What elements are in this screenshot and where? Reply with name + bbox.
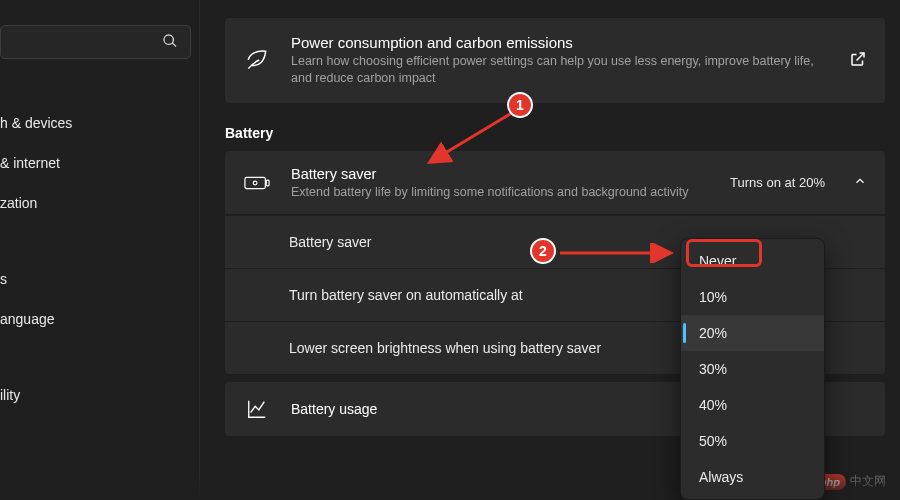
nav-item-label: zation bbox=[0, 195, 37, 211]
dropdown-option-never[interactable]: Never bbox=[681, 243, 824, 279]
svg-rect-0 bbox=[245, 177, 265, 188]
watermark-text: 中文网 bbox=[850, 473, 886, 490]
chevron-up-icon bbox=[853, 174, 867, 191]
dropdown-option-30[interactable]: 30% bbox=[681, 351, 824, 387]
battery-saver-title: Battery saver bbox=[291, 166, 710, 182]
battery-saver-header[interactable]: Battery saver Extend battery life by lim… bbox=[225, 151, 885, 215]
dropdown-option-always[interactable]: Always bbox=[681, 459, 824, 495]
nav-item-label: ility bbox=[0, 387, 20, 403]
external-link-icon[interactable] bbox=[849, 50, 867, 71]
battery-section-label: Battery bbox=[225, 125, 885, 141]
sidebar-nav: h & devices & internet zation s anguage … bbox=[0, 104, 199, 414]
dropdown-option-20[interactable]: 20% bbox=[681, 315, 824, 351]
annotation-badge-1: 1 bbox=[507, 92, 533, 118]
chart-line-icon bbox=[243, 398, 271, 420]
nav-item-time-language[interactable]: anguage bbox=[0, 300, 193, 338]
svg-point-2 bbox=[253, 181, 257, 185]
svg-rect-1 bbox=[266, 180, 269, 186]
dropdown-option-50[interactable]: 50% bbox=[681, 423, 824, 459]
nav-item-personalization[interactable]: zation bbox=[0, 184, 193, 222]
dropdown-option-40[interactable]: 40% bbox=[681, 387, 824, 423]
nav-item-bluetooth-devices[interactable]: h & devices bbox=[0, 104, 193, 142]
nav-item-label: & internet bbox=[0, 155, 60, 171]
nav-item-label: h & devices bbox=[0, 115, 72, 131]
sidebar-search[interactable] bbox=[0, 25, 191, 59]
search-icon bbox=[162, 33, 178, 52]
battery-saver-status: Turns on at 20% bbox=[730, 175, 825, 190]
battery-usage-title: Battery usage bbox=[291, 401, 377, 417]
settings-sidebar: h & devices & internet zation s anguage … bbox=[0, 0, 200, 500]
dropdown-option-10[interactable]: 10% bbox=[681, 279, 824, 315]
leaf-icon bbox=[243, 47, 271, 73]
battery-saver-desc: Extend battery life by limiting some not… bbox=[291, 184, 710, 200]
nav-item-accounts[interactable]: s bbox=[0, 260, 193, 298]
nav-item-label: anguage bbox=[0, 311, 55, 327]
auto-on-dropdown[interactable]: Never 10% 20% 30% 40% 50% Always bbox=[680, 238, 825, 500]
power-consumption-card[interactable]: Power consumption and carbon emissions L… bbox=[225, 18, 885, 103]
nav-item-label: s bbox=[0, 271, 7, 287]
power-card-title: Power consumption and carbon emissions bbox=[291, 34, 829, 51]
annotation-badge-2: 2 bbox=[530, 238, 556, 264]
battery-saver-icon bbox=[243, 170, 271, 196]
nav-item-network-internet[interactable]: & internet bbox=[0, 144, 193, 182]
power-card-desc: Learn how choosing efficient power setti… bbox=[291, 53, 829, 87]
nav-item-accessibility[interactable]: ility bbox=[0, 376, 193, 414]
